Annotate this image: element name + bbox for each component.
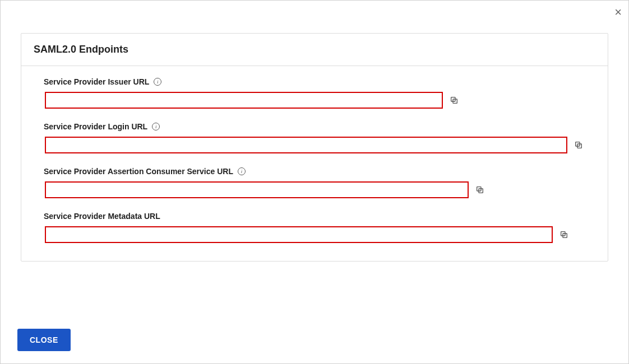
info-icon[interactable]: i bbox=[154, 78, 161, 86]
copy-icon bbox=[475, 185, 484, 194]
copy-icon bbox=[574, 141, 583, 150]
login-url-value-box[interactable] bbox=[45, 137, 567, 153]
field-metadata-url: Service Provider Metadata URL bbox=[44, 212, 585, 243]
endpoints-panel: SAML2.0 Endpoints Service Provider Issue… bbox=[21, 33, 608, 262]
panel-header: SAML2.0 Endpoints bbox=[21, 34, 608, 66]
saml-endpoints-dialog: × SAML2.0 Endpoints Service Provider Iss… bbox=[1, 1, 628, 363]
close-button[interactable]: CLOSE bbox=[17, 329, 71, 351]
field-label-row: Service Provider Login URL i bbox=[44, 122, 585, 131]
field-login-url: Service Provider Login URL i bbox=[44, 122, 585, 153]
acs-url-value-box[interactable] bbox=[45, 181, 469, 198]
copy-icon bbox=[450, 96, 459, 105]
issuer-url-value-box[interactable] bbox=[45, 92, 443, 109]
dialog-close-x[interactable]: × bbox=[614, 6, 622, 18]
field-input-row bbox=[44, 226, 585, 243]
info-icon[interactable]: i bbox=[152, 123, 160, 130]
metadata-url-value-box[interactable] bbox=[45, 226, 553, 243]
field-issuer-url: Service Provider Issuer URL i bbox=[44, 77, 585, 109]
copy-metadata-button[interactable] bbox=[558, 229, 570, 240]
copy-issuer-button[interactable] bbox=[448, 95, 460, 106]
acs-url-label: Service Provider Assertion Consumer Serv… bbox=[44, 167, 233, 176]
field-input-row bbox=[44, 92, 585, 109]
panel-title: SAML2.0 Endpoints bbox=[34, 44, 595, 55]
info-icon[interactable]: i bbox=[238, 167, 246, 175]
field-label-row: Service Provider Metadata URL bbox=[44, 212, 585, 221]
metadata-url-label: Service Provider Metadata URL bbox=[44, 212, 160, 221]
field-input-row bbox=[44, 137, 585, 153]
copy-icon bbox=[559, 230, 568, 239]
copy-login-button[interactable] bbox=[573, 139, 584, 151]
issuer-url-label: Service Provider Issuer URL bbox=[44, 77, 149, 86]
dialog-footer: CLOSE bbox=[17, 329, 71, 351]
field-input-row bbox=[44, 181, 585, 198]
login-url-label: Service Provider Login URL bbox=[44, 122, 147, 131]
field-acs-url: Service Provider Assertion Consumer Serv… bbox=[44, 167, 585, 198]
field-label-row: Service Provider Issuer URL i bbox=[44, 77, 585, 86]
copy-acs-button[interactable] bbox=[474, 184, 485, 195]
panel-body: Service Provider Issuer URL i Ser bbox=[21, 66, 608, 261]
field-label-row: Service Provider Assertion Consumer Serv… bbox=[44, 167, 585, 176]
